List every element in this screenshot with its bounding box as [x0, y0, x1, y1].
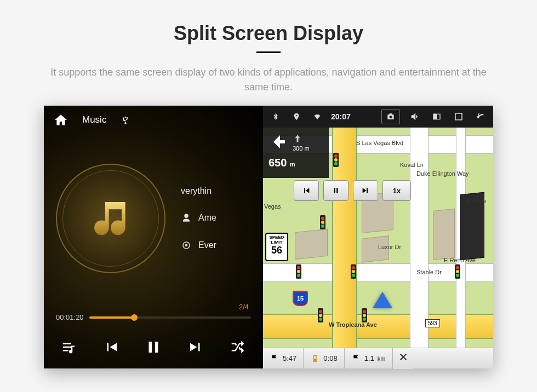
interstate-number: 15 — [297, 295, 304, 302]
traffic-light-icon — [333, 153, 339, 167]
distance-value: 1.1 — [364, 354, 374, 362]
time-remaining-cell[interactable]: 0:08 — [304, 348, 344, 368]
turn-up-icon — [293, 134, 302, 145]
traffic-light-icon — [362, 308, 367, 322]
screenshot-button[interactable] — [381, 109, 400, 124]
sim-pause-button[interactable] — [323, 180, 349, 201]
next-track-button[interactable] — [182, 334, 209, 360]
seek-fill — [89, 316, 135, 319]
recent-apps-button[interactable] — [452, 109, 466, 124]
interstate-shield: 15 — [293, 291, 308, 306]
resize-button[interactable] — [430, 109, 444, 124]
traffic-light-icon — [296, 264, 301, 279]
sim-controls: 1x — [294, 180, 411, 201]
clock: 20:07 — [331, 112, 351, 121]
svg-rect-6 — [315, 359, 317, 361]
track-row[interactable]: verythin — [181, 186, 263, 196]
street-label: Luxor Dr — [378, 244, 401, 250]
music-pane: Music verythin — [44, 106, 263, 368]
record-icon — [181, 240, 192, 251]
flag-icon — [270, 354, 279, 364]
distance-unit: km — [378, 355, 386, 362]
sim-next-button[interactable] — [353, 180, 378, 201]
svg-rect-5 — [315, 355, 316, 356]
usb-icon[interactable] — [121, 114, 129, 126]
main-turn-unit: m — [290, 161, 295, 168]
music-note-icon — [89, 197, 133, 240]
music-controls — [44, 326, 263, 368]
sim-speed-button[interactable]: 1x — [382, 180, 411, 201]
traffic-light-icon — [455, 264, 460, 279]
next-turn-distance: 300 — [293, 145, 302, 152]
split-screen-device: Music verythin — [44, 106, 493, 368]
track-list: verythin Ame Ever — [181, 186, 263, 251]
street-label: Vegas — [264, 203, 281, 210]
traffic-light-icon — [320, 215, 325, 229]
elapsed-time: 00:01:20 — [56, 313, 84, 321]
seek-bar[interactable] — [89, 316, 251, 319]
track-row[interactable]: Ever — [181, 240, 263, 251]
street-label: Stable Dr — [416, 269, 442, 275]
title-underline — [256, 51, 281, 53]
speed-label: LIMIT — [271, 240, 283, 245]
music-body: verythin Ame Ever — [44, 134, 263, 303]
seek-thumb[interactable] — [131, 314, 138, 321]
battery-icon — [310, 354, 320, 364]
svg-point-1 — [185, 244, 188, 247]
traffic-light-icon — [318, 308, 323, 322]
current-position-icon — [373, 292, 392, 308]
street-label: S Las Vegas Blvd — [356, 140, 403, 146]
exit-number-badge: 593 — [425, 319, 440, 327]
nav-bottom-bar: 5:47 0:08 1.1 km — [263, 348, 493, 368]
svg-rect-3 — [455, 113, 462, 120]
page-header: Split Screen Display It supports the sam… — [11, 0, 526, 106]
playlist-button[interactable] — [56, 334, 82, 360]
page-title: Split Screen Display — [44, 22, 493, 45]
main-turn-distance: 650 — [268, 157, 287, 169]
track-row[interactable]: Ame — [181, 212, 263, 223]
speed-label: SPEED — [269, 235, 284, 240]
artist-icon — [181, 212, 192, 223]
track-title: Ever — [198, 240, 216, 250]
track-index: 2/4 — [56, 303, 251, 311]
close-nav-button[interactable] — [392, 348, 413, 369]
street-label: W Tropicana Ave — [329, 321, 377, 328]
music-app-label: Music — [82, 114, 106, 125]
close-icon — [398, 352, 408, 365]
road — [410, 128, 429, 348]
android-nav-pane: 20:07 — [263, 106, 493, 368]
turn-instruction: 300 m 650 m — [263, 128, 329, 178]
wifi-icon — [310, 109, 324, 124]
album-art[interactable] — [56, 164, 165, 273]
track-title: Ame — [198, 213, 216, 223]
back-button[interactable] — [473, 109, 488, 124]
pause-button[interactable] — [140, 334, 167, 360]
building-3d — [295, 229, 328, 260]
android-status-bar: 20:07 — [263, 106, 493, 128]
flag-icon — [351, 354, 361, 364]
eta-cell[interactable]: 5:47 — [263, 348, 304, 368]
building-3d — [433, 209, 455, 260]
track-title: verythin — [181, 186, 212, 196]
shuffle-button[interactable] — [225, 334, 251, 360]
street-label: Koval Ln — [400, 162, 424, 168]
traffic-light-icon — [351, 264, 356, 279]
sim-prev-button[interactable] — [294, 180, 319, 201]
street-label: iles Ave — [466, 198, 487, 204]
navigation-map[interactable]: S Las Vegas Blvd Koval Ln Duke Ellington… — [263, 128, 493, 348]
home-icon[interactable] — [54, 113, 68, 127]
location-icon — [289, 109, 304, 124]
music-topbar: Music — [44, 106, 263, 134]
street-label: E Reno Ave — [444, 257, 476, 263]
next-turn-unit: m — [304, 145, 309, 152]
speed-limit-sign: SPEED LIMIT 56 — [265, 233, 288, 261]
speed-value: 56 — [266, 245, 287, 256]
bluetooth-icon — [268, 109, 283, 124]
turn-left-icon — [268, 132, 288, 153]
volume-button[interactable] — [408, 109, 422, 124]
progress-area: 2/4 00:01:20 — [44, 303, 263, 326]
prev-track-button[interactable] — [98, 334, 124, 360]
time-remaining-value: 0:08 — [323, 354, 337, 362]
eta-value: 5:47 — [283, 354, 296, 362]
distance-cell[interactable]: 1.1 km — [345, 348, 393, 368]
